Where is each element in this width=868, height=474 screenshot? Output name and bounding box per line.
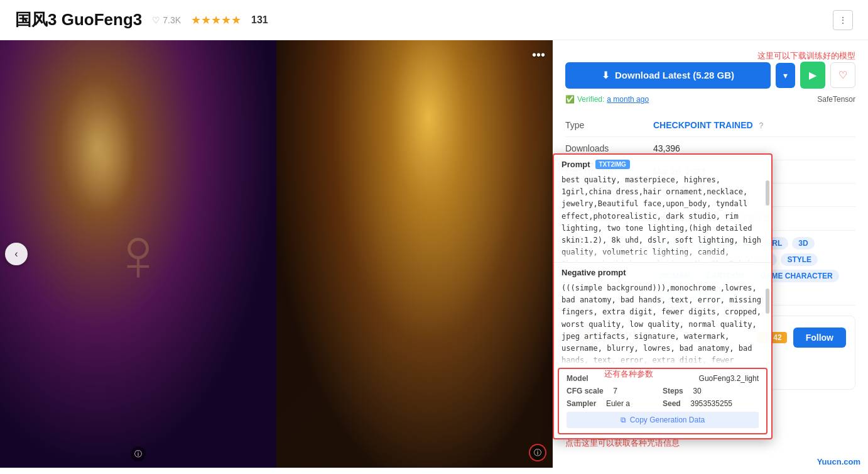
seed-param: Seed 3953535255: [663, 398, 759, 408]
type-value-link[interactable]: CHECKPOINT TRAINED: [653, 120, 753, 130]
verified-badge: ✅ Verified: a month ago: [565, 95, 649, 104]
primary-image: ‹ ⓘ: [0, 40, 276, 468]
secondary-image: ••• ⓘ: [276, 40, 553, 468]
steps-param: Steps 30: [663, 385, 759, 395]
star-rating: ★★★★★: [191, 13, 241, 27]
download-icon: ⬇: [602, 70, 610, 81]
prompt-label: Prompt: [561, 160, 590, 169]
check-icon: ✅: [565, 95, 575, 104]
chevron-down-icon: ▾: [783, 70, 788, 80]
neg-scrollbar-thumb: [766, 289, 769, 314]
scrollbar-thumb: [766, 180, 769, 206]
info-icon: ⓘ: [134, 449, 142, 460]
primary-image-content: [0, 40, 276, 468]
type-row: Type CHECKPOINT TRAINED ?: [565, 114, 855, 137]
prompt-scrollbar[interactable]: [765, 174, 770, 262]
images-section: ‹ ⓘ ••• ⓘ Promp: [0, 40, 553, 468]
download-latest-button[interactable]: ⬇ Download Latest (5.28 GB): [565, 62, 771, 89]
model-param-value: GuoFeng3.2_light: [699, 374, 759, 383]
play-icon: ▶: [809, 70, 816, 80]
verified-row: ✅ Verified: a month ago SafeTensor: [565, 95, 855, 104]
verified-time-link[interactable]: a month ago: [607, 95, 649, 104]
watermark: Yuucn.com: [817, 457, 860, 466]
download-options-button[interactable]: ▾: [776, 63, 795, 88]
favorite-button[interactable]: ♡: [830, 62, 855, 88]
secondary-image-info[interactable]: ⓘ: [529, 444, 546, 461]
prompt-text-area[interactable]: best quality, masterpiece, highres, 1gir…: [554, 174, 771, 262]
model-param-label: Model: [567, 374, 589, 383]
type-help-icon[interactable]: ?: [759, 121, 764, 130]
heart-icon: ♡: [152, 15, 160, 25]
neg-prompt-label: Negative prompt: [554, 263, 771, 282]
model-row: Model GuoFeng3.2_light: [567, 374, 759, 383]
chevron-left-icon: ‹: [14, 248, 18, 260]
annotation-params: 还有各种参数: [604, 368, 653, 380]
dots-icon: ⋮: [838, 15, 847, 25]
crown-number: 42: [773, 333, 781, 342]
rating-count: 131: [251, 14, 268, 26]
prev-image-button[interactable]: ‹: [5, 243, 28, 265]
secondary-image-menu[interactable]: •••: [532, 48, 545, 62]
copy-icon: ⧉: [621, 416, 626, 424]
secondary-image-content: [276, 40, 553, 468]
image-info-button[interactable]: ⓘ: [131, 446, 146, 461]
likes-count: ♡ 7.3K: [152, 15, 181, 25]
neg-prompt-scrollbar[interactable]: [765, 282, 770, 364]
page-title: 国风3 GuoFeng3: [15, 9, 142, 31]
more-menu-button[interactable]: ⋮: [833, 10, 853, 30]
type-label: Type: [565, 114, 653, 137]
tag-3d[interactable]: 3D: [792, 237, 814, 250]
cfg-param: CFG scale 7: [567, 385, 663, 395]
annotation-download: 这里可以下载训练好的模型: [565, 50, 855, 62]
info-circle-icon: ⓘ: [534, 448, 541, 458]
follow-button[interactable]: Follow: [793, 328, 846, 348]
prompt-text: best quality, masterpiece, highres, 1gir…: [561, 174, 764, 262]
prompt-header: Prompt TXT2IMG: [554, 155, 771, 174]
download-bar: ⬇ Download Latest (5.28 GB) ▾ ▶ ♡: [565, 62, 855, 89]
params-row: CFG scale 7 Steps 30: [567, 385, 759, 395]
prompt-type-badge: TXT2IMG: [595, 160, 630, 169]
sampler-param: Sampler Euler a: [567, 398, 663, 408]
heart-icon: ♡: [838, 70, 847, 80]
sampler-row: Sampler Euler a Seed 3953535255: [567, 398, 759, 408]
play-button[interactable]: ▶: [800, 62, 825, 89]
safetensor-label: SafeTensor: [817, 95, 855, 104]
neg-prompt-text: (((simple background))),monochrome ,lowr…: [561, 282, 764, 364]
copy-generation-button[interactable]: ⧉ Copy Generation Data: [567, 412, 759, 428]
model-params-box: Model GuoFeng3.2_light CFG scale 7 Steps: [558, 368, 768, 434]
prompt-overlay: Prompt TXT2IMG best quality, masterpiece…: [553, 153, 773, 439]
main-content: ‹ ⓘ ••• ⓘ Promp: [0, 40, 868, 468]
page-header: 国风3 GuoFeng3 ♡ 7.3K ★★★★★ 131 ⋮: [0, 0, 868, 40]
tag-style[interactable]: STYLE: [781, 253, 818, 266]
neg-prompt-text-area[interactable]: (((simple background))),monochrome ,lowr…: [554, 282, 771, 364]
